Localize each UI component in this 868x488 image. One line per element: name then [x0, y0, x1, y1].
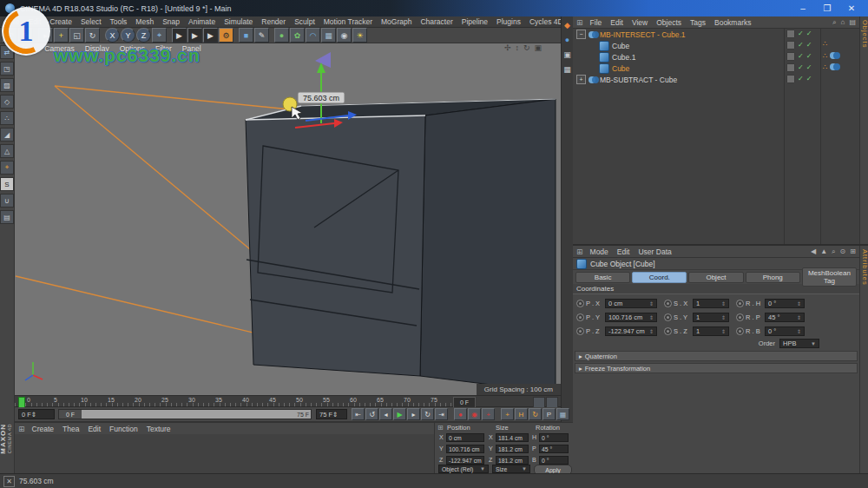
previous-frame-button[interactable]: ◂	[379, 408, 392, 420]
enabled-check-icon[interactable]: ✓	[798, 30, 804, 37]
om-menu-view[interactable]: View	[632, 18, 648, 27]
panel-grid-icon[interactable]: ⊞	[437, 424, 444, 432]
menu-item-simulate[interactable]: Simulate	[220, 17, 257, 26]
value-field[interactable]: 100.716 cm⇕	[605, 313, 657, 322]
record-position-toggle[interactable]: +	[501, 408, 514, 420]
minimize-button[interactable]: –	[792, 2, 814, 15]
size-field[interactable]: 181.2 cm	[496, 445, 529, 453]
add-primitive-cube-icon[interactable]: ■	[239, 28, 253, 43]
material-menu-texture[interactable]: Texture	[147, 425, 171, 433]
object-row[interactable]: Cube✓✓∴	[573, 40, 859, 51]
record-parameter-toggle[interactable]: P	[542, 408, 556, 420]
pan-view-icon[interactable]: ✢	[504, 43, 511, 52]
rotation-field[interactable]: 0 °	[539, 433, 569, 442]
objects-palette-icon[interactable]: ▣	[562, 49, 572, 59]
layer-toggle[interactable]	[786, 63, 795, 72]
goto-start-button[interactable]: ⇤	[352, 408, 365, 420]
animation-dot[interactable]	[576, 300, 584, 307]
om-menu-file[interactable]: File	[590, 18, 602, 27]
menu-item-pipeline[interactable]: Pipeline	[457, 17, 492, 26]
model-mode-icon[interactable]: ◳	[0, 62, 14, 76]
scale-tool-icon[interactable]: ◱	[69, 28, 84, 43]
enabled-check-icon[interactable]: ✓	[806, 53, 812, 60]
value-field[interactable]: -122.947 cm⇕	[605, 326, 657, 336]
animation-dot[interactable]	[664, 313, 672, 321]
enabled-check-icon[interactable]: ✓	[806, 30, 812, 37]
menu-item-create[interactable]: Create	[45, 17, 76, 26]
om-menu-bookmarks[interactable]: Bookmarks	[714, 18, 752, 27]
position-field[interactable]: -122.947 cm	[446, 456, 484, 465]
value-field[interactable]: 45 °⇕	[765, 313, 805, 322]
value-field[interactable]: 1⇕	[693, 313, 729, 322]
record-scale-toggle[interactable]: H	[515, 408, 528, 420]
render-view-icon[interactable]: ▶	[172, 28, 187, 43]
material-list-area[interactable]	[15, 434, 434, 474]
object-name[interactable]: Cube	[612, 64, 629, 73]
visibility-toggles[interactable]: ✓✓	[786, 41, 812, 49]
spinner-icon[interactable]: ⇕	[649, 300, 654, 307]
menu-item-select[interactable]: Select	[76, 17, 106, 26]
animation-dot[interactable]	[664, 327, 672, 335]
gizmo-plane-handle[interactable]	[315, 52, 331, 68]
animation-dot[interactable]	[736, 313, 744, 321]
enabled-check-icon[interactable]: ✓	[798, 64, 804, 71]
position-field[interactable]: 100.716 cm	[446, 445, 484, 453]
am-tab-coord-[interactable]: Coord.	[632, 272, 687, 283]
collapsed-section-quaternion[interactable]: ▸Quaternion	[575, 351, 858, 361]
range-end-field[interactable]: 75 F ⇕	[316, 409, 347, 419]
loop-button[interactable]: ↻	[421, 408, 434, 420]
om-menu-objects[interactable]: Objects	[656, 18, 681, 27]
generator-icon[interactable]: ✿	[290, 28, 305, 43]
maximize-button[interactable]: ❐	[816, 2, 838, 15]
am-up-icon[interactable]: ▲	[820, 247, 827, 256]
am-tab-phong[interactable]: Phong	[746, 272, 800, 283]
visibility-toggles[interactable]: ✓✓	[786, 63, 812, 72]
keyframe-selection-button[interactable]: +	[482, 408, 495, 420]
goto-end-button[interactable]: ⇥	[435, 408, 448, 420]
enabled-check-icon[interactable]: ✓	[806, 76, 812, 82]
animation-dot[interactable]	[664, 300, 672, 307]
animation-dot[interactable]	[736, 327, 744, 335]
coordinate-system-icon[interactable]: ⌖	[152, 28, 167, 43]
rotate-tool-icon[interactable]: ↻	[85, 28, 100, 43]
move-tool-icon[interactable]: +	[54, 28, 69, 43]
workplane-mode-icon[interactable]: ◇	[0, 95, 14, 109]
current-frame-field[interactable]: 0 F ⇕	[18, 409, 55, 419]
visibility-toggles[interactable]: ✓✓	[786, 52, 812, 61]
record-keyframe-button[interactable]: ●	[454, 408, 467, 420]
am-menu-mode[interactable]: Mode	[590, 247, 608, 256]
menu-item-tools[interactable]: Tools	[106, 17, 132, 26]
spinner-icon[interactable]: ⇕	[797, 300, 801, 307]
maximize-view-icon[interactable]: ▣	[534, 43, 542, 52]
edges-mode-icon[interactable]: ◢	[0, 128, 14, 142]
om-search-icon[interactable]: ⌕	[832, 18, 836, 27]
om-home-icon[interactable]: ⌂	[841, 18, 845, 27]
object-row[interactable]: Cube✓✓∴	[573, 63, 859, 74]
object-row[interactable]: −MB-INTERSECT - Cube.1✓✓	[573, 29, 859, 40]
zoom-view-icon[interactable]: ↕	[515, 43, 519, 52]
value-field[interactable]: 0 °⇕	[765, 326, 805, 336]
om-menu-tags[interactable]: Tags	[690, 18, 706, 27]
menu-item-animate[interactable]: Animate	[184, 17, 220, 26]
menu-item-snap[interactable]: Snap	[158, 17, 184, 26]
tab-objects[interactable]: Objects	[859, 16, 868, 247]
om-menu-edit[interactable]: Edit	[610, 18, 623, 27]
am-menu-edit[interactable]: Edit	[617, 247, 630, 256]
visibility-toggles[interactable]: ✓✓	[786, 75, 812, 83]
meshboolean-tag-icon[interactable]	[830, 52, 840, 60]
am-tab-meshboolean-tag[interactable]: MeshBoolean Tag	[802, 267, 857, 287]
value-field[interactable]: 0 °⇕	[765, 299, 805, 308]
c4d-flame-icon[interactable]: ◆	[562, 20, 572, 30]
meshboolean-tag-icon[interactable]	[830, 63, 840, 71]
menu-item-mograph[interactable]: MoGraph	[377, 17, 416, 26]
menu-item-motion-tracker[interactable]: Motion Tracker	[319, 17, 377, 26]
spline-object-icon[interactable]: ◠	[306, 28, 320, 43]
texture-mode-icon[interactable]: ▨	[0, 78, 14, 92]
value-field[interactable]: 0 cm⇕	[605, 299, 657, 308]
lock-x-axis-icon[interactable]: X	[105, 28, 120, 43]
structure-palette-icon[interactable]: ▦	[562, 64, 572, 74]
polygons-mode-icon[interactable]: △	[0, 144, 14, 158]
size-mode-dropdown[interactable]: Size ▼	[492, 465, 530, 473]
spinner-icon[interactable]: ⇕	[649, 314, 654, 320]
value-field[interactable]: 1⇕	[693, 326, 729, 336]
